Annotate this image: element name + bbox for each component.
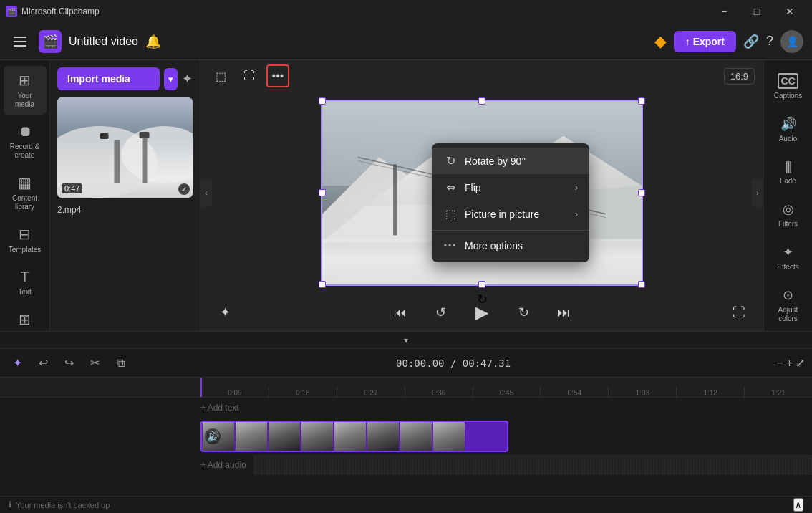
ctx-more-label: More options — [465, 240, 523, 251]
timeline-toolbar: ✦ ↩ ↪ ✂ ⧉ 00:00.00 / 00:47.31 − + ⤢ — [0, 349, 812, 378]
resize-handle-mid-left[interactable] — [319, 189, 326, 196]
hamburger-line — [14, 45, 26, 47]
notifications-button[interactable]: 🔔 — [145, 34, 161, 49]
clip-thumbnails — [202, 422, 465, 451]
sidebar-item-record-create[interactable]: ⏺ Record & create — [4, 118, 47, 166]
fade-label: Fade — [780, 177, 796, 186]
close-button[interactable]: ✕ — [773, 0, 806, 23]
pip-icon: ⬚ — [443, 207, 458, 221]
resize-handle-bottom-mid[interactable] — [478, 281, 485, 288]
zoom-out-button[interactable]: − — [776, 357, 783, 370]
right-panel-filters[interactable]: ◎ Filters — [767, 194, 810, 236]
media-panel: Import media ▾ ✦ — [50, 60, 200, 331]
sidebar-item-your-media[interactable]: ⊞ Your media — [4, 66, 47, 115]
record-create-icon: ⏺ — [18, 123, 32, 140]
app-name: Microsoft Clipchamp — [21, 6, 100, 16]
export-button[interactable]: ↑ Export — [674, 31, 736, 52]
audio-icon: 🔊 — [780, 116, 796, 132]
sidebar-item-text[interactable]: T Text — [4, 263, 47, 302]
effects-label: Effects — [777, 263, 798, 272]
upgrade-button[interactable]: ◆ — [654, 32, 667, 51]
add-audio-label: + Add audio — [200, 460, 246, 470]
forward-button[interactable]: ↻ — [511, 299, 536, 325]
ruler-mark-4: 0:36 — [405, 386, 473, 397]
templates-icon: ⊟ — [19, 226, 31, 243]
context-menu: ↻ Rotate by 90° ⇔ Flip › ⬚ Picture in pi… — [432, 143, 589, 262]
media-thumbnail-1[interactable]: 0:47 ✓ — [57, 97, 193, 198]
collapse-left-panel-button[interactable]: ‹ — [200, 178, 212, 207]
right-panel-captions[interactable]: CC Captions — [767, 66, 810, 107]
minimize-button[interactable]: − — [707, 0, 740, 23]
resize-handle-top-left[interactable] — [319, 97, 326, 105]
your-media-icon: ⊞ — [19, 72, 31, 89]
menu-separator — [432, 230, 589, 231]
add-text-track[interactable]: + Add text — [0, 398, 812, 418]
video-canvas: ↻ ↻ Rotate by 90° ⇔ Flip › ⬚ Picture in … — [200, 92, 763, 294]
ctx-flip-label: Flip — [465, 182, 481, 193]
magic-wand-button[interactable]: ✦ — [182, 71, 193, 87]
add-audio-track[interactable]: + Add audio — [0, 455, 812, 475]
ctx-flip-item[interactable]: ⇔ Flip › — [432, 174, 589, 201]
ctx-more-item[interactable]: ••• More options — [432, 234, 589, 258]
ctx-rotate-item[interactable]: ↻ Rotate by 90° — [432, 148, 589, 174]
right-panel: CC Captions 🔊 Audio ||| Fade ◎ Filters ✦… — [763, 60, 812, 331]
transitions-icon: ⊞ — [19, 311, 31, 328]
help-button[interactable]: ? — [766, 34, 773, 49]
ctx-pip-item[interactable]: ⬚ Picture in picture › — [432, 201, 589, 227]
undo-button[interactable]: ↩ — [33, 353, 53, 373]
rotate-icon: ↻ — [443, 154, 458, 168]
clip-thumb-8 — [433, 422, 465, 451]
magic-timeline-button[interactable]: ✦ — [7, 353, 27, 373]
app-bar: 🎬 Untitled video 🔔 ◆ ↑ Export 🔗 ? 👤 — [0, 23, 812, 60]
more-dots-icon: ••• — [443, 241, 458, 251]
share-button[interactable]: 🔗 — [743, 34, 759, 49]
resize-handle-top-right[interactable] — [638, 97, 645, 105]
ruler-mark-3: 0:27 — [337, 386, 405, 397]
video-clip[interactable]: 🔊 — [200, 421, 508, 452]
zoom-in-button[interactable]: + — [786, 357, 793, 370]
fullscreen-canvas-button[interactable]: ⛶ — [238, 64, 261, 87]
right-panel-audio[interactable]: 🔊 Audio — [767, 109, 810, 150]
fit-timeline-button[interactable]: ⤢ — [796, 356, 805, 370]
right-panel-fade[interactable]: ||| Fade — [767, 152, 810, 193]
skip-to-end-button[interactable]: ⏭ — [551, 299, 576, 325]
filters-label: Filters — [778, 220, 798, 229]
content-library-icon: ▦ — [18, 174, 32, 191]
rewind-button[interactable]: ↺ — [427, 299, 453, 325]
right-panel-adjust-colors[interactable]: ⊙ Adjust colors — [767, 280, 810, 330]
status-expand-button[interactable]: ∧ — [793, 498, 803, 512]
skip-to-start-button[interactable]: ⏮ — [387, 299, 413, 325]
magic-edit-button[interactable]: ✦ — [212, 299, 238, 325]
ruler-mark-1: 0:09 — [200, 386, 269, 397]
more-options-button[interactable]: ••• — [266, 64, 289, 87]
crop-button[interactable]: ⬚ — [209, 64, 232, 87]
play-button[interactable]: ▶ — [468, 298, 496, 327]
split-button[interactable]: ⧉ — [110, 353, 130, 373]
resize-handle-mid-right[interactable] — [638, 189, 645, 196]
clip-thumb-6 — [367, 422, 399, 451]
import-media-button[interactable]: Import media — [57, 67, 160, 90]
resize-handle-top-mid[interactable] — [478, 97, 485, 105]
sidebar: ⊞ Your media ⏺ Record & create ▦ Content… — [0, 60, 50, 331]
sidebar-item-templates[interactable]: ⊟ Templates — [4, 220, 47, 260]
resize-handle-bottom-left[interactable] — [319, 281, 326, 288]
right-panel-effects[interactable]: ✦ Effects — [767, 237, 810, 279]
timeline-collapse-button[interactable]: ▾ — [404, 335, 408, 345]
cut-button[interactable]: ✂ — [84, 353, 105, 373]
text-icon: T — [20, 269, 29, 285]
sidebar-item-content-library[interactable]: ▦ Content library — [4, 168, 47, 217]
redo-button[interactable]: ↪ — [59, 353, 79, 373]
fullscreen-playback-button[interactable]: ⛶ — [726, 299, 752, 325]
menu-button[interactable] — [9, 30, 32, 53]
avatar[interactable]: 👤 — [780, 30, 803, 53]
import-dropdown-button[interactable]: ▾ — [164, 68, 178, 90]
collapse-right-panel-button[interactable]: › — [752, 178, 763, 207]
audio-label: Audio — [779, 135, 798, 143]
svg-rect-4 — [143, 137, 148, 183]
adjust-colors-label: Adjust colors — [771, 306, 806, 323]
maximize-button[interactable]: □ — [740, 0, 773, 23]
sidebar-item-transitions[interactable]: ⊞ Transitions — [4, 305, 47, 331]
resize-handle-bottom-right[interactable] — [638, 281, 645, 288]
title-bar-controls: − □ ✕ — [707, 0, 806, 23]
effects-icon: ✦ — [783, 244, 793, 260]
